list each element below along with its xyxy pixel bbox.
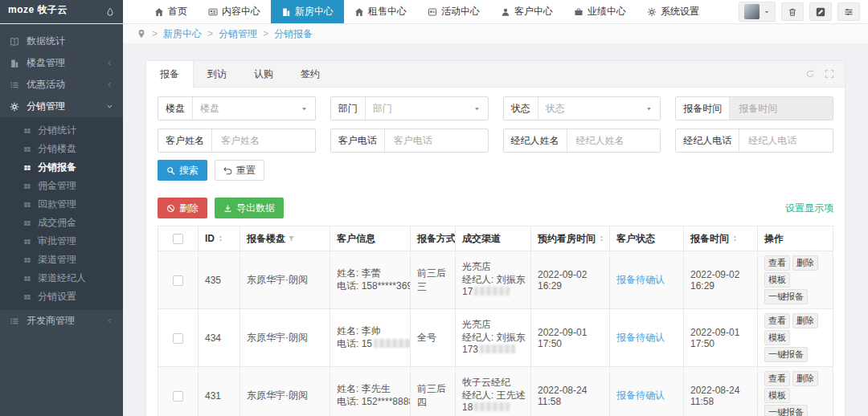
row-checkbox[interactable] [173, 391, 183, 402]
row-action-delete[interactable]: 删除 [792, 371, 818, 386]
funnel-icon[interactable] [288, 235, 295, 243]
row-action-template[interactable]: 模板 [764, 388, 790, 403]
nav-item-activity-center[interactable]: 活动中心 [417, 0, 490, 23]
breadcrumb-link[interactable]: 分销管理 [219, 27, 257, 41]
row-action-delete[interactable]: 删除 [792, 255, 818, 271]
col-header-label: 操作 [764, 233, 784, 244]
filter-status-select[interactable]: 状态 [538, 97, 661, 120]
delete-button[interactable]: 删除 [158, 198, 207, 218]
cell-channel: 光亮店经纪人: 刘振东17 [456, 251, 531, 309]
row-action-view[interactable]: 查看 [764, 371, 790, 386]
sidebar-item-deal-commission[interactable]: 成交佣金 [0, 214, 123, 232]
reset-button[interactable]: 重置 [215, 160, 264, 181]
home-icon [154, 7, 164, 17]
edit-icon [816, 7, 825, 17]
row-action-quick-report[interactable]: 一键报备 [764, 347, 808, 362]
tab-sign[interactable]: 签约 [287, 61, 334, 87]
sidebar-item-developer-mgmt[interactable]: 开发商管理 [0, 310, 123, 332]
filter-customer-name-input[interactable] [219, 134, 308, 147]
sort-icon[interactable] [217, 235, 224, 243]
sort-icon[interactable] [598, 235, 605, 243]
trash-button[interactable] [781, 2, 804, 21]
sidebar-item-channel-agents[interactable]: 渠道经纪人 [0, 269, 123, 288]
row-checkbox[interactable] [173, 333, 183, 344]
tab-visit[interactable]: 到访 [194, 61, 240, 87]
customer-status-link[interactable]: 报备待确认 [616, 332, 665, 343]
col-header-label: 客户状态 [616, 233, 655, 244]
filter-department-select[interactable]: 部门 [366, 97, 488, 120]
filter-report-time-input[interactable] [737, 102, 825, 115]
sidebar-item-distribution-stats[interactable]: 分销统计 [0, 121, 123, 140]
nav-item-home[interactable]: 首页 [144, 0, 198, 23]
export-button[interactable]: 导出数据 [215, 198, 284, 218]
list-settings-button[interactable] [837, 2, 860, 21]
filter-building-select[interactable]: 楼盘 [193, 97, 315, 120]
row-action-template[interactable]: 模板 [764, 330, 790, 345]
nav-item-rental-center[interactable]: 租售中心 [344, 0, 417, 23]
apps-grid-button[interactable] [710, 0, 727, 23]
row-action-view[interactable]: 查看 [764, 255, 790, 271]
sidebar-item-payment-collection[interactable]: 回款管理 [0, 195, 123, 214]
nav-item-label: 租售中心 [368, 5, 407, 18]
cell-status: 报备待确认 [610, 309, 684, 367]
tab-subscribe[interactable]: 认购 [240, 61, 287, 87]
sidebar-item-label: 渠道经纪人 [38, 271, 86, 285]
row-checkbox[interactable] [173, 275, 183, 286]
edit-button[interactable] [809, 2, 832, 21]
filter-agent-name-input[interactable] [575, 134, 653, 147]
sidebar: 数据统计楼盘管理优惠活动分销管理分销统计分销楼盘分销报备佣金管理回款管理成交佣金… [0, 24, 123, 416]
menu-toggle-button[interactable] [123, 0, 144, 23]
list-icon [10, 316, 19, 326]
sidebar-item-label: 优惠活动 [27, 78, 65, 92]
sort-icon[interactable] [731, 235, 739, 243]
expand-icon[interactable] [825, 69, 834, 79]
sidebar-item-distribution-buildings[interactable]: 分销楼盘 [0, 140, 123, 158]
sidebar-item-channel-mgmt[interactable]: 渠道管理 [0, 251, 123, 269]
col-header-label: 报备楼盘 [247, 233, 285, 244]
col-header-channel: 成交渠道 [456, 226, 531, 251]
breadcrumb-link[interactable]: 新房中心 [163, 27, 202, 41]
sidebar-item-approval-mgmt[interactable]: 审批管理 [0, 232, 123, 251]
sidebar-item-distribution-report[interactable]: 分销报备 [0, 158, 123, 177]
display-settings-link[interactable]: 设置显示项 [785, 202, 833, 215]
cell-actions: 查看删除模板一键报备 [758, 309, 833, 367]
nav-item-customer-center[interactable]: 客户中心 [490, 0, 563, 23]
trash-icon [788, 7, 797, 17]
search-button[interactable]: 搜索 [158, 160, 207, 181]
sidebar-item-label: 回款管理 [38, 198, 76, 211]
sidebar-item-distribution-mgmt[interactable]: 分销管理 [0, 96, 123, 117]
customer-status-link[interactable]: 报备待确认 [616, 274, 665, 285]
user-menu-button[interactable] [739, 2, 776, 22]
select-placeholder: 楼盘 [200, 102, 301, 116]
row-action-quick-report[interactable]: 一键报备 [764, 405, 808, 416]
select-all-checkbox[interactable] [173, 234, 183, 244]
refresh-icon[interactable] [805, 69, 815, 79]
sidebar-item-building-mgmt[interactable]: 楼盘管理 [0, 52, 123, 74]
nav-item-performance-center[interactable]: 业绩中心 [563, 0, 637, 23]
filter-department: 部门部门 [330, 96, 489, 120]
grid-icon [23, 293, 31, 301]
cell-method: 前三后三 [411, 251, 456, 309]
row-action-quick-report[interactable]: 一键报备 [764, 289, 808, 304]
sidebar-item-commission-mgmt[interactable]: 佣金管理 [0, 177, 123, 195]
filter-agent-phone-input[interactable] [747, 134, 825, 147]
row-action-delete[interactable]: 删除 [792, 313, 818, 328]
list-icon [10, 80, 19, 90]
nav-item-label: 业绩中心 [588, 5, 626, 18]
filter-customer-phone-input[interactable] [392, 134, 481, 147]
customer-status-link[interactable]: 报备待确认 [616, 389, 665, 401]
row-action-template[interactable]: 模板 [764, 272, 790, 288]
nav-item-system-settings[interactable]: 系统设置 [637, 0, 710, 23]
breadcrumb-link[interactable]: 分销报备 [274, 27, 313, 41]
sidebar-item-promo-activity[interactable]: 优惠活动 [0, 74, 123, 96]
cell-building: 东原华宇·朗阅 [240, 309, 330, 367]
grid-icon [23, 164, 31, 172]
tab-report[interactable]: 报备 [146, 61, 194, 88]
sidebar-item-data-stats[interactable]: 数据统计 [0, 31, 123, 52]
nav-item-new-house-center[interactable]: 新房中心 [271, 0, 344, 23]
nav-item-content-center[interactable]: 内容中心 [198, 0, 271, 23]
sidebar-item-distribution-settings[interactable]: 分销设置 [0, 288, 123, 306]
row-action-view[interactable]: 查看 [764, 313, 790, 328]
caret-down-icon [764, 9, 770, 15]
col-header-method: 报备方式 [411, 226, 456, 251]
